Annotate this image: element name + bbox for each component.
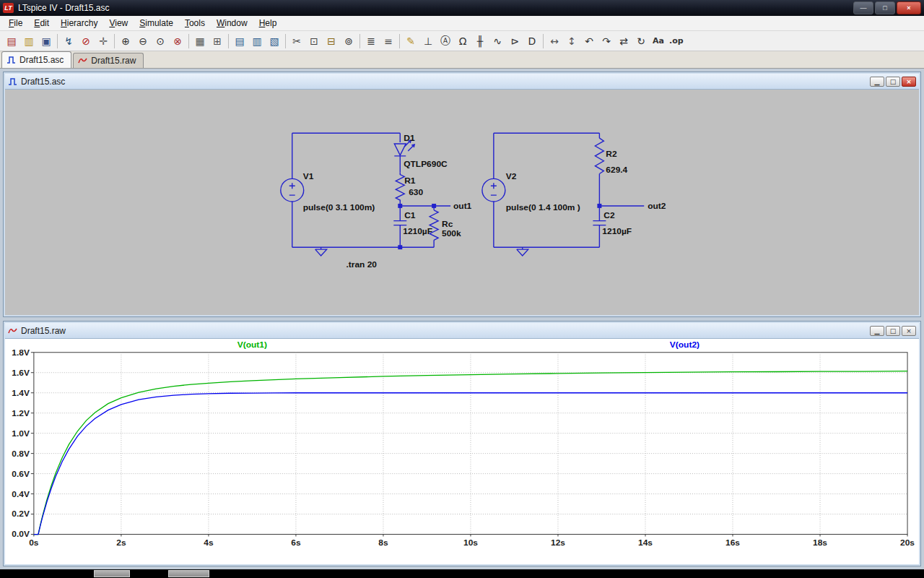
- legend-V(out2)[interactable]: V(out2): [670, 340, 699, 350]
- place-diode-icon[interactable]: ⊳: [506, 33, 523, 49]
- place-resistor-icon[interactable]: Ω: [454, 33, 471, 49]
- waveform-file-icon: [78, 56, 87, 65]
- rotate-icon[interactable]: ↻: [632, 33, 650, 49]
- waveform-window-titlebar[interactable]: Draft15.raw ▁ □ ×: [5, 323, 919, 339]
- text-tool-icon[interactable]: Aa: [650, 33, 667, 49]
- undo-icon[interactable]: ↶: [580, 33, 598, 49]
- net-label-icon[interactable]: Ⓐ: [437, 33, 454, 49]
- schematic-minimize-button[interactable]: ▁: [870, 77, 884, 87]
- zoom-area-icon[interactable]: ⊙: [152, 33, 169, 49]
- x-tick-label: 10s: [463, 538, 478, 548]
- waveform-close-button[interactable]: ×: [902, 326, 916, 336]
- show-grid-icon[interactable]: ▦: [191, 33, 209, 49]
- component-r1-resistor[interactable]: [396, 173, 404, 206]
- tab-draft15-asc[interactable]: Draft15.asc: [1, 51, 71, 68]
- ground-symbol-icon[interactable]: ⊥: [419, 33, 437, 49]
- waveform-minimize-button[interactable]: ▁: [870, 326, 884, 336]
- rc-value-label[interactable]: 500k: [442, 228, 461, 238]
- v1-name-label[interactable]: V1: [303, 171, 314, 181]
- print-preview-icon[interactable]: ≡: [380, 33, 397, 49]
- open-file-icon[interactable]: ▥: [20, 33, 38, 49]
- place-component-icon[interactable]: D: [523, 33, 541, 49]
- d1-name-label[interactable]: D1: [404, 133, 415, 143]
- find-icon[interactable]: ⊚: [340, 33, 357, 49]
- zoom-full-extents-icon[interactable]: ⊗: [169, 33, 186, 49]
- redo-icon[interactable]: ↷: [598, 33, 615, 49]
- waveform-maximize-button[interactable]: □: [886, 326, 900, 336]
- maximize-button[interactable]: □: [875, 1, 895, 14]
- mirror-icon[interactable]: ⇄: [615, 33, 632, 49]
- taskbar-button[interactable]: [168, 570, 209, 577]
- cut-icon[interactable]: ✂: [288, 33, 305, 49]
- place-inductor-icon[interactable]: ∿: [489, 33, 506, 49]
- draft-wire-icon[interactable]: ✎: [402, 33, 419, 49]
- menu-hierarchy[interactable]: Hierarchy: [55, 17, 103, 30]
- copy-icon[interactable]: ⊡: [305, 33, 323, 49]
- print-icon[interactable]: ≣: [362, 33, 380, 49]
- x-tick-label: 4s: [204, 538, 214, 548]
- minimize-button[interactable]: —: [853, 1, 873, 14]
- component-c2-capacitor[interactable]: [593, 221, 606, 225]
- c2-name-label[interactable]: C2: [603, 210, 615, 220]
- v2-name-label[interactable]: V2: [506, 171, 517, 181]
- y-tick-label: 0.0V: [12, 530, 30, 540]
- spice-directive-icon[interactable]: .op: [667, 33, 686, 49]
- menu-window[interactable]: Window: [211, 17, 253, 30]
- v2-value-label[interactable]: pulse(0 1.4 100m ): [506, 202, 580, 212]
- taskbar-button[interactable]: [94, 570, 130, 577]
- halt-simulation-icon[interactable]: ⊘: [77, 33, 95, 49]
- d1-value-label[interactable]: QTLP690C: [404, 159, 448, 169]
- c1-value-label[interactable]: 1210µF: [403, 226, 432, 236]
- paste-icon[interactable]: ⊟: [323, 33, 340, 49]
- save-icon[interactable]: ▣: [38, 33, 55, 49]
- schematic-window-titlebar[interactable]: Draft15.asc ▁ □ ×: [5, 74, 919, 90]
- r2-value-label[interactable]: 629.4: [606, 165, 627, 175]
- menu-simulate[interactable]: Simulate: [134, 17, 179, 30]
- net-label-out1[interactable]: out1: [453, 201, 472, 211]
- toolbar-separator: [359, 34, 360, 48]
- c2-value-label[interactable]: 1210µF: [602, 226, 632, 236]
- close-button[interactable]: ×: [897, 1, 921, 14]
- spice-directive-text[interactable]: .tran 20: [346, 259, 378, 269]
- schematic-canvas[interactable]: V1 pulse(0 3.1 100m) D1 QTLP690C R1 630 …: [5, 90, 919, 315]
- menu-edit[interactable]: Edit: [28, 17, 55, 30]
- zoom-out-icon[interactable]: ⊖: [134, 33, 152, 49]
- ground-symbol-left[interactable]: [315, 247, 327, 256]
- run-simulation-icon[interactable]: ↯: [60, 33, 77, 49]
- rc-name-label[interactable]: Rc: [442, 219, 453, 229]
- x-tick-label: 0s: [29, 538, 39, 548]
- cascade-windows-icon[interactable]: ▧: [266, 33, 283, 49]
- component-r2-resistor[interactable]: [595, 138, 603, 173]
- tile-horizontal-icon[interactable]: ▤: [231, 33, 248, 49]
- snap-grid-icon[interactable]: ⊞: [209, 33, 226, 49]
- schematic-maximize-button[interactable]: □: [886, 77, 900, 87]
- pan-hand-icon[interactable]: ✛: [95, 33, 112, 49]
- menu-view[interactable]: View: [103, 17, 134, 30]
- move-tool-icon[interactable]: ↔: [546, 33, 563, 49]
- tile-vertical-icon[interactable]: ▥: [248, 33, 266, 49]
- tab-draft15-raw[interactable]: Draft15.raw: [73, 53, 144, 68]
- ground-symbol-right[interactable]: [517, 247, 528, 256]
- net-label-out2[interactable]: out2: [648, 201, 666, 211]
- legend-V(out1)[interactable]: V(out1): [237, 340, 267, 350]
- zoom-in-icon[interactable]: ⊕: [117, 33, 134, 49]
- component-v1-voltage-source[interactable]: [281, 178, 304, 202]
- c1-name-label[interactable]: C1: [404, 210, 416, 220]
- y-tick-label: 0.4V: [12, 489, 30, 499]
- place-capacitor-icon[interactable]: ╫: [471, 33, 489, 49]
- waveform-plot[interactable]: 0s2s4s6s8s10s12s14s16s18s20s0.0V0.2V0.4V…: [5, 339, 919, 564]
- v1-value-label[interactable]: pulse(0 3.1 100m): [303, 202, 375, 212]
- window-titlebar: LT LTspice IV - Draft15.asc — □ ×: [0, 0, 924, 16]
- r2-name-label[interactable]: R2: [606, 149, 617, 159]
- component-v2-voltage-source[interactable]: [482, 178, 505, 202]
- drag-tool-icon[interactable]: ↕: [563, 33, 580, 49]
- r1-name-label[interactable]: R1: [404, 176, 416, 186]
- menu-help[interactable]: Help: [253, 17, 283, 30]
- menu-file[interactable]: File: [3, 17, 28, 30]
- schematic-close-button[interactable]: ×: [902, 77, 916, 87]
- new-schematic-icon[interactable]: ▤: [3, 33, 20, 49]
- menu-tools[interactable]: Tools: [179, 17, 211, 30]
- component-c1-capacitor[interactable]: [393, 221, 406, 225]
- r1-value-label[interactable]: 630: [409, 187, 423, 197]
- y-tick-label: 1.8V: [12, 348, 30, 358]
